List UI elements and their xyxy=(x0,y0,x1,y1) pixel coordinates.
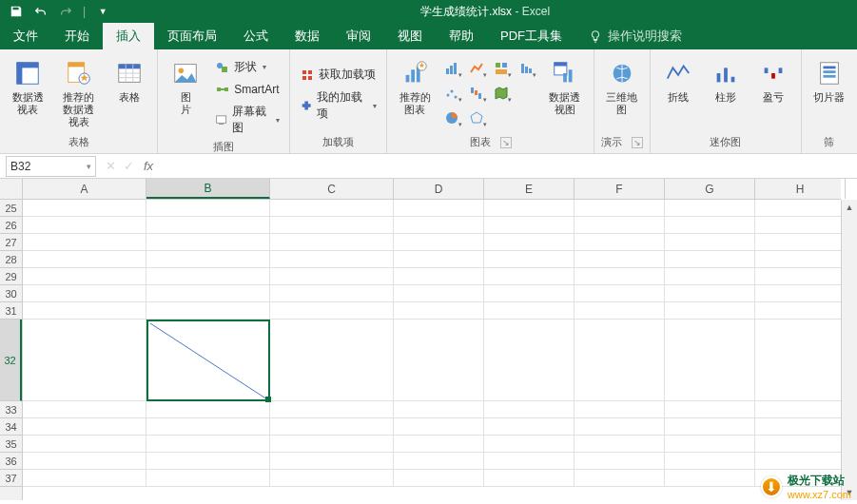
hierarchy-chart-button[interactable] xyxy=(490,57,513,80)
my-addins-button[interactable]: 我的加载项▾ xyxy=(296,87,381,124)
fx-icon[interactable]: fx xyxy=(144,159,153,173)
radar-icon xyxy=(469,110,484,126)
screenshot-icon xyxy=(215,112,227,127)
undo-icon[interactable] xyxy=(30,1,51,22)
sparkline-column-icon xyxy=(710,57,742,89)
active-cell-b32[interactable] xyxy=(146,320,270,401)
addin-icon xyxy=(300,98,313,113)
row-header-28[interactable]: 28 xyxy=(0,251,22,268)
recommended-pivot-icon xyxy=(63,57,95,89)
svg-line-60 xyxy=(150,323,266,398)
column-chart-button[interactable] xyxy=(440,57,463,80)
tab-file[interactable]: 文件 xyxy=(0,23,51,49)
tell-me-search[interactable]: 操作说明搜索 xyxy=(575,23,695,49)
sparkline-line-button[interactable]: 折线 xyxy=(656,53,700,107)
col-header-c[interactable]: C xyxy=(270,179,394,199)
map-chart-button[interactable] xyxy=(490,82,513,105)
watermark-badge-icon: ⬇ xyxy=(761,476,782,497)
row-header-35[interactable]: 35 xyxy=(0,436,22,453)
svg-rect-46 xyxy=(554,63,566,67)
col-header-h[interactable]: H xyxy=(755,179,846,199)
tab-data[interactable]: 数据 xyxy=(282,23,333,49)
row-header-31[interactable]: 31 xyxy=(0,302,22,320)
row-header-30[interactable]: 30 xyxy=(0,285,22,302)
formula-bar[interactable] xyxy=(161,156,857,177)
tab-review[interactable]: 审阅 xyxy=(333,23,384,49)
tab-pagelayout[interactable]: 页面布局 xyxy=(154,23,230,49)
3d-map-button[interactable]: 三维地 图 xyxy=(600,53,644,120)
tab-insert[interactable]: 插入 xyxy=(103,23,154,49)
row-header-29[interactable]: 29 xyxy=(0,268,22,285)
col-header-b[interactable]: B xyxy=(146,179,270,199)
table-button[interactable]: 表格 xyxy=(107,53,151,107)
tab-pdftools[interactable]: PDF工具集 xyxy=(487,23,575,49)
scatter-icon xyxy=(444,86,459,101)
sparkline-winloss-button[interactable]: 盈亏 xyxy=(751,53,795,107)
row-header-32[interactable]: 32 xyxy=(0,320,22,401)
fill-handle[interactable] xyxy=(265,397,271,402)
svg-rect-52 xyxy=(731,77,735,83)
shapes-button[interactable]: 形状▾ xyxy=(211,57,282,77)
recommended-charts-icon xyxy=(399,57,431,89)
vertical-scrollbar[interactable]: ▲ ▼ xyxy=(841,200,857,500)
svg-rect-7 xyxy=(119,65,141,69)
sparkline-column-button[interactable]: 柱形 xyxy=(704,53,748,107)
waterfall-chart-button[interactable] xyxy=(465,82,488,105)
row-header-34[interactable]: 34 xyxy=(0,418,22,436)
group-label-filters: 筛 xyxy=(824,133,834,153)
pivot-chart-button[interactable]: 数据透视图 xyxy=(541,53,588,120)
statistic-chart-button[interactable] xyxy=(515,57,537,80)
qat-customize-icon[interactable]: ▼ xyxy=(92,1,113,22)
radar-chart-button[interactable] xyxy=(465,107,488,129)
redo-icon xyxy=(55,1,76,22)
row-header-36[interactable]: 36 xyxy=(0,453,22,470)
svg-rect-28 xyxy=(446,68,449,74)
select-all-corner[interactable] xyxy=(0,179,23,200)
svg-rect-47 xyxy=(563,73,567,82)
line-chart-icon xyxy=(469,61,484,76)
svg-rect-42 xyxy=(478,93,481,99)
svg-rect-57 xyxy=(823,67,835,69)
pivot-table-button[interactable]: 数据透 视表 xyxy=(6,53,49,120)
slicer-icon xyxy=(813,57,846,89)
globe-icon xyxy=(606,57,638,89)
tab-view[interactable]: 视图 xyxy=(384,23,436,49)
recommended-pivot-button[interactable]: 推荐的 数据透视表 xyxy=(53,53,104,132)
screenshot-button[interactable]: 屏幕截图▾ xyxy=(211,102,282,138)
line-chart-button[interactable] xyxy=(465,57,488,80)
col-header-a[interactable]: A xyxy=(23,179,146,199)
col-header-f[interactable]: F xyxy=(575,179,665,199)
charts-launcher[interactable]: ↘ xyxy=(500,137,512,148)
pictures-button[interactable]: 图 片 xyxy=(164,53,207,120)
row-header-33[interactable]: 33 xyxy=(0,401,22,418)
col-header-g[interactable]: G xyxy=(665,179,755,199)
col-header-e[interactable]: E xyxy=(484,179,575,199)
smartart-button[interactable]: SmartArt xyxy=(211,80,282,99)
name-box[interactable]: B32 xyxy=(6,156,96,177)
tab-formulas[interactable]: 公式 xyxy=(230,23,282,49)
slicer-button[interactable]: 切片器 xyxy=(808,53,851,107)
tab-help[interactable]: 帮助 xyxy=(436,23,487,49)
svg-rect-16 xyxy=(217,87,221,91)
recommended-charts-button[interactable]: 推荐的 图表 xyxy=(393,53,437,120)
svg-point-39 xyxy=(455,96,458,99)
row-header-25[interactable]: 25 xyxy=(0,200,22,217)
svg-rect-59 xyxy=(823,75,835,78)
scroll-up-icon[interactable]: ▲ xyxy=(842,200,857,215)
tab-home[interactable]: 开始 xyxy=(51,23,103,49)
sparkline-line-icon xyxy=(662,57,694,89)
svg-rect-31 xyxy=(496,63,500,68)
col-header-d[interactable]: D xyxy=(394,179,484,199)
row-header-26[interactable]: 26 xyxy=(0,217,22,234)
svg-rect-53 xyxy=(765,68,769,73)
column-chart-icon xyxy=(444,61,459,76)
pie-chart-button[interactable] xyxy=(440,107,463,129)
lightbulb-icon xyxy=(589,29,602,43)
row-header-37[interactable]: 37 xyxy=(0,470,22,487)
scatter-chart-button[interactable] xyxy=(440,82,463,105)
cell-grid[interactable] xyxy=(23,200,841,500)
row-header-27[interactable]: 27 xyxy=(0,234,22,251)
save-icon[interactable] xyxy=(6,1,27,22)
demo-launcher[interactable]: ↘ xyxy=(632,137,643,148)
get-addins-button[interactable]: 获取加载项 xyxy=(296,65,381,85)
